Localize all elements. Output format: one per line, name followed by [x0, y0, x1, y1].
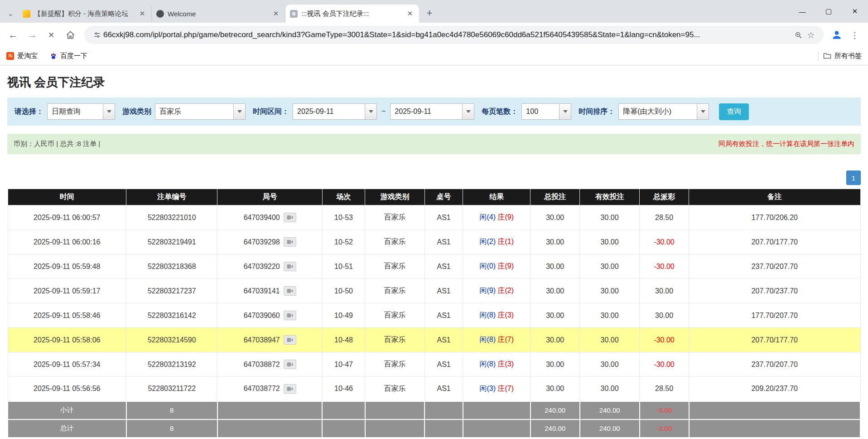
site-info-icon[interactable]: [91, 29, 103, 41]
tab-search-chevron-icon[interactable]: ⌄: [3, 5, 18, 23]
column-header: 场次: [322, 189, 365, 205]
new-tab-button[interactable]: +: [422, 5, 437, 21]
sort-order-label: 时间排序：: [579, 107, 615, 117]
total-row: 总计 8 240.00 240.00 -3.00: [8, 419, 860, 438]
folder-icon: [823, 52, 831, 60]
tab-close-icon[interactable]: ✕: [405, 9, 415, 18]
chevron-down-icon[interactable]: [559, 104, 571, 119]
cell-note: 177.70/207.70: [689, 303, 860, 328]
column-header: 局号: [217, 189, 322, 205]
chevron-down-icon[interactable]: [365, 104, 376, 119]
minimize-button[interactable]: —: [789, 0, 815, 23]
cell-round: 647038772: [217, 377, 322, 401]
cell-total-bet-link[interactable]: 30.00: [530, 205, 580, 230]
subtotal-label: 小计: [8, 401, 126, 419]
zoom-icon[interactable]: [792, 29, 805, 41]
cell-result: 闲(4) 庄(9): [463, 205, 530, 230]
browser-menu-icon[interactable]: ⋮: [846, 26, 863, 44]
cell-bet-id: 522803221010: [126, 205, 217, 230]
maximize-button[interactable]: ▢: [815, 0, 842, 23]
cell-bet-id: 522803219491: [126, 230, 217, 254]
page-size-select[interactable]: 100: [521, 103, 571, 120]
video-replay-icon[interactable]: [284, 262, 296, 271]
query-type-select[interactable]: 日期查询: [47, 103, 115, 120]
cell-game-type: 百家乐: [365, 328, 425, 352]
cell-note: 237.70/207.70: [689, 254, 860, 279]
cell-session: 10-47: [322, 352, 365, 377]
total-payout: -3.00: [640, 419, 689, 438]
cell-payout: -30.00: [640, 352, 689, 377]
home-icon[interactable]: [62, 26, 79, 44]
bookmark-star-icon[interactable]: ☆: [805, 29, 817, 41]
page-size-value: 100: [522, 104, 559, 119]
cell-session: 10-52: [322, 230, 365, 254]
cell-game-type: 百家乐: [365, 254, 425, 279]
browser-tab-1[interactable]: 【新提醒】积分 - 海燕策略论坛 ✕: [18, 5, 152, 23]
video-replay-icon[interactable]: [284, 384, 296, 394]
cell-total-bet-link[interactable]: 30.00: [530, 352, 580, 377]
round-number: 647039298: [244, 238, 280, 246]
game-type-select[interactable]: 百家乐: [155, 103, 246, 120]
browser-tab-active[interactable]: :::视讯 会员下注纪录::: ✕: [285, 5, 419, 23]
subtotal-payout: -3.00: [640, 401, 689, 419]
cell-total-bet-link[interactable]: 30.00: [530, 230, 580, 254]
subtotal-row: 小计 8 240.00 240.00 -3.00: [8, 401, 860, 419]
video-replay-icon[interactable]: [284, 311, 296, 320]
tab-close-icon[interactable]: ✕: [138, 9, 147, 18]
bookmark-label: 爱淘宝: [17, 52, 38, 60]
page-1-button[interactable]: 1: [846, 171, 861, 185]
total-label: 总计: [8, 419, 126, 438]
column-header: 游戏类别: [365, 189, 425, 205]
cell-bet-id: 522803217237: [126, 279, 217, 303]
video-replay-icon[interactable]: [284, 286, 296, 296]
url-text[interactable]: 66cxkj98.com/ipl/portal.php/game/betreco…: [103, 30, 792, 39]
column-header: 结果: [463, 189, 530, 205]
table-row: 2025-09-11 05:58:46 522803216142 6470390…: [8, 303, 860, 328]
cell-game-type: 百家乐: [365, 279, 425, 303]
video-replay-icon[interactable]: [284, 335, 296, 345]
table-body: 2025-09-11 06:00:57 522803221010 6470394…: [8, 205, 860, 401]
bookmark-aitaobao[interactable]: 淘 爱淘宝: [6, 52, 38, 60]
browser-tab-2[interactable]: Welcome ✕: [152, 5, 285, 23]
cell-total-bet-link[interactable]: 30.00: [530, 254, 580, 279]
cell-total-bet-link[interactable]: 30.00: [530, 303, 580, 328]
date-to-input[interactable]: 2025-09-11: [390, 103, 474, 120]
pagination: 1: [7, 171, 861, 185]
cell-payout: -30.00: [640, 254, 689, 279]
bookmark-baidu[interactable]: 百度一下: [49, 52, 87, 60]
round-number: 647038772: [244, 385, 280, 393]
divider: [818, 52, 819, 61]
profile-avatar-icon[interactable]: [829, 27, 844, 43]
taobao-icon: 淘: [6, 52, 14, 60]
table-row: 2025-09-11 06:00:16 522803219491 6470392…: [8, 230, 860, 254]
tab-close-icon[interactable]: ✕: [271, 9, 280, 18]
chevron-down-icon[interactable]: [103, 104, 115, 119]
chevron-down-icon[interactable]: [697, 104, 709, 119]
stop-icon[interactable]: ✕: [43, 26, 60, 44]
cell-table-number: AS1: [424, 205, 463, 230]
all-bookmarks-button[interactable]: 所有书签: [823, 52, 862, 60]
chevron-down-icon[interactable]: [233, 104, 245, 119]
cell-time: 2025-09-11 05:59:48: [8, 254, 126, 279]
search-button[interactable]: 查询: [719, 103, 749, 120]
date-from-input[interactable]: 2025-09-11: [293, 103, 377, 120]
forward-icon[interactable]: →: [24, 26, 41, 44]
address-bar[interactable]: 66cxkj98.com/ipl/portal.php/game/betreco…: [84, 26, 824, 44]
close-button[interactable]: ✕: [842, 0, 868, 23]
video-replay-icon[interactable]: [284, 213, 296, 222]
cell-total-bet-link[interactable]: 30.00: [530, 377, 580, 401]
cell-total-bet-link[interactable]: 30.00: [530, 279, 580, 303]
cell-result: 闲(0) 庄(9): [463, 254, 530, 279]
back-icon[interactable]: ←: [5, 26, 22, 44]
table-row: 2025-09-11 05:58:06 522803214590 6470389…: [8, 328, 860, 352]
cell-total-bet-link[interactable]: 30.00: [530, 328, 580, 352]
video-replay-icon[interactable]: [284, 237, 296, 247]
banker-result: 庄(3): [498, 311, 514, 319]
banker-result: 庄(7): [498, 385, 514, 392]
cell-time: 2025-09-11 06:00:57: [8, 205, 126, 230]
sort-order-select[interactable]: 降幂(由大到小): [618, 103, 709, 120]
chevron-down-icon[interactable]: [462, 104, 474, 119]
video-replay-icon[interactable]: [284, 360, 296, 369]
cell-session: 10-46: [322, 377, 365, 401]
tab3-favicon: [290, 10, 298, 18]
